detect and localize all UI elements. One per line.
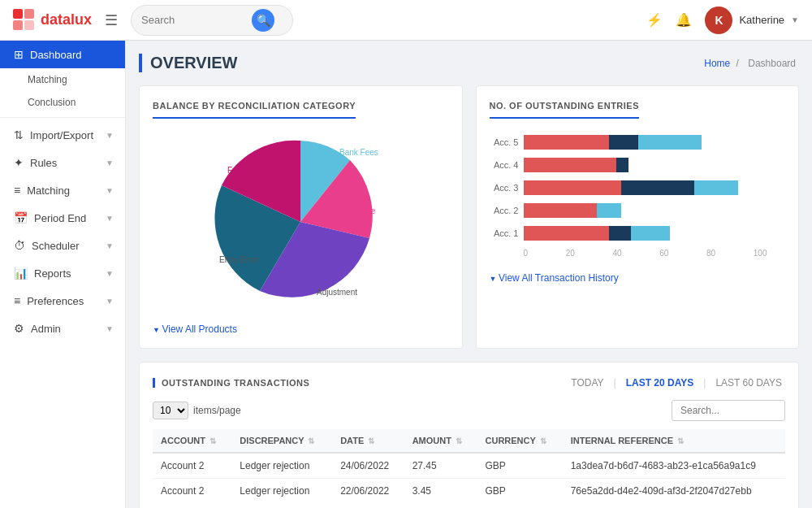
col-account: ACCOUNT ⇅ [153, 429, 231, 453]
col-amount: AMOUNT ⇅ [404, 429, 477, 453]
sidebar-item-rules[interactable]: ✦ Rules ▼ [0, 149, 125, 176]
transactions-table: ACCOUNT ⇅ DISCREPANCY ⇅ DATE ⇅ AMOUNT ⇅ … [153, 429, 785, 503]
sidebar-sub-conclusion[interactable]: Conclusion [0, 91, 125, 114]
scheduler-icon: ⏱ [14, 239, 25, 252]
table-row: Account 2 Ledger rejection 22/06/2022 3.… [153, 479, 785, 504]
menu-button[interactable]: ☰ [102, 8, 121, 33]
sidebar-item-matching[interactable]: ≡ Matching ▼ [0, 176, 125, 204]
sidebar-item-admin[interactable]: ⚙ Admin ▼ [0, 315, 125, 342]
cell-reference-2: 76e5a2dd-d4e2-409d-af3d-2f2047d27ebb [563, 479, 785, 504]
breadcrumb-home[interactable]: Home [704, 58, 730, 69]
chevron-preferences-icon: ▼ [106, 297, 114, 306]
chevron-period-end-icon: ▼ [106, 214, 114, 223]
chevron-down-icon: ▼ [791, 15, 799, 24]
logo: datalux [13, 9, 92, 32]
sort-account-icon[interactable]: ⇅ [209, 436, 216, 445]
pie-label-adjustment: Adjustment [317, 288, 357, 297]
sidebar-label-dashboard: Dashboard [30, 49, 82, 61]
lightning-icon[interactable]: ⚡ [646, 12, 663, 28]
user-avatar-wrap[interactable]: K Katherine ▼ [705, 7, 799, 34]
per-page-label: items/page [193, 405, 241, 416]
bar-label-acc4: Acc. 4 [490, 160, 519, 170]
reports-icon: 📊 [14, 267, 28, 280]
chevron-matching-icon: ▼ [106, 186, 114, 195]
import-export-icon: ⇅ [14, 128, 24, 141]
bar-seg-teal-acc1 [631, 226, 670, 241]
bar-seg-dark-acc4 [616, 158, 628, 172]
sort-reference-icon[interactable]: ⇅ [677, 436, 684, 445]
cell-currency-2: GBP [477, 479, 563, 504]
sort-amount-icon[interactable]: ⇅ [456, 436, 462, 445]
pie-chart-wrap: Bank Fees Fee Adjustment Entry Error Fra… [153, 128, 449, 315]
breadcrumb: Home / Dashboard [704, 58, 799, 69]
admin-icon: ⚙ [14, 322, 24, 335]
chevron-admin-icon: ▼ [106, 324, 114, 333]
search-wrap: 🔍 [131, 5, 293, 36]
breadcrumb-current: Dashboard [748, 58, 796, 69]
search-input[interactable] [141, 14, 247, 26]
avatar-initials: K [715, 14, 723, 27]
table-body: Account 2 Ledger rejection 24/06/2022 27… [153, 453, 785, 503]
pie-label-fee: Fee [361, 206, 376, 215]
sidebar-item-preferences[interactable]: ≡ Preferences ▼ [0, 287, 125, 315]
filter-today[interactable]: TODAY [568, 376, 607, 390]
axis-40: 40 [612, 249, 621, 258]
view-all-transactions[interactable]: View All Transaction History [490, 272, 619, 284]
sidebar: ⊞ Dashboard Matching Conclusion ⇅ Import… [0, 41, 126, 508]
table-row: Account 2 Ledger rejection 24/06/2022 27… [153, 453, 785, 479]
sidebar-item-reports[interactable]: 📊 Reports ▼ [0, 259, 125, 287]
sort-currency-icon[interactable]: ⇅ [540, 436, 546, 445]
sidebar-item-scheduler[interactable]: ⏱ Scheduler ▼ [0, 232, 125, 259]
view-all-products[interactable]: View All Products [153, 323, 237, 335]
txn-title: OUTSTANDING TRANSACTIONS [153, 378, 309, 388]
bar-seg-teal-acc5 [638, 135, 702, 150]
logo-text: datalux [41, 11, 92, 28]
bar-seg-red-acc4 [524, 158, 616, 172]
bar-seg-red-acc1 [524, 226, 609, 241]
page-header: OVERVIEW Home / Dashboard [139, 54, 799, 72]
axis-20: 20 [566, 249, 575, 258]
per-page-select[interactable]: 10 25 50 [153, 402, 188, 419]
preferences-icon: ≡ [14, 294, 20, 307]
sort-discrepancy-icon[interactable]: ⇅ [308, 436, 314, 445]
bar-label-acc3: Acc. 3 [490, 183, 519, 193]
sidebar-item-period-end[interactable]: 📅 Period End ▼ [0, 204, 125, 232]
bell-icon[interactable]: 🔔 [676, 12, 692, 28]
svg-rect-2 [13, 20, 23, 30]
bar-segments-acc5 [524, 135, 767, 150]
sidebar-label-period-end: Period End [34, 212, 86, 224]
table-search-input[interactable] [672, 400, 785, 421]
axis-100: 100 [754, 249, 767, 258]
filter-60days[interactable]: LAST 60 DAYS [712, 376, 785, 390]
sidebar-item-dashboard[interactable]: ⊞ Dashboard [0, 41, 125, 68]
cell-amount-1: 27.45 [404, 453, 477, 479]
svg-rect-1 [24, 9, 34, 19]
txn-header: OUTSTANDING TRANSACTIONS TODAY | LAST 20… [153, 376, 785, 390]
chevron-reports-icon: ▼ [106, 269, 114, 278]
cell-discrepancy-2: Ledger rejection [231, 479, 332, 504]
bar-row-acc1: Acc. 1 [490, 226, 786, 241]
filter-sep1: | [614, 377, 616, 389]
bar-label-acc5: Acc. 5 [490, 137, 519, 147]
col-reference: INTERNAL REFERENCE ⇅ [563, 429, 785, 453]
sidebar-item-import-export[interactable]: ⇅ Import/Export ▼ [0, 121, 125, 149]
axis-60: 60 [659, 249, 668, 258]
sidebar-label-reports: Reports [34, 267, 71, 280]
svg-rect-0 [13, 9, 23, 19]
bar-seg-dark-acc5 [609, 135, 638, 150]
axis-80: 80 [706, 249, 715, 258]
txn-filters: TODAY | LAST 20 DAYS | LAST 60 DAYS [568, 376, 785, 390]
bar-row-acc2: Acc. 2 [490, 203, 786, 218]
topnav-right: ⚡ 🔔 K Katherine ▼ [646, 7, 799, 34]
table-head: ACCOUNT ⇅ DISCREPANCY ⇅ DATE ⇅ AMOUNT ⇅ … [153, 429, 785, 453]
bar-seg-dark-acc1 [609, 226, 631, 241]
bar-chart-card: NO. OF OUTSTANDING ENTRIES Acc. 5 Acc. 4 [476, 85, 800, 349]
dashboard-icon: ⊞ [14, 48, 24, 61]
search-button[interactable]: 🔍 [252, 9, 274, 32]
filter-20days[interactable]: LAST 20 DAYS [623, 376, 698, 390]
pie-chart-svg: Bank Fees Fee Adjustment Entry Error Fra… [211, 132, 390, 311]
sidebar-label-scheduler: Scheduler [32, 240, 80, 252]
cell-amount-2: 3.45 [404, 479, 477, 504]
sort-date-icon[interactable]: ⇅ [368, 436, 374, 445]
sidebar-sub-matching[interactable]: Matching [0, 68, 125, 91]
